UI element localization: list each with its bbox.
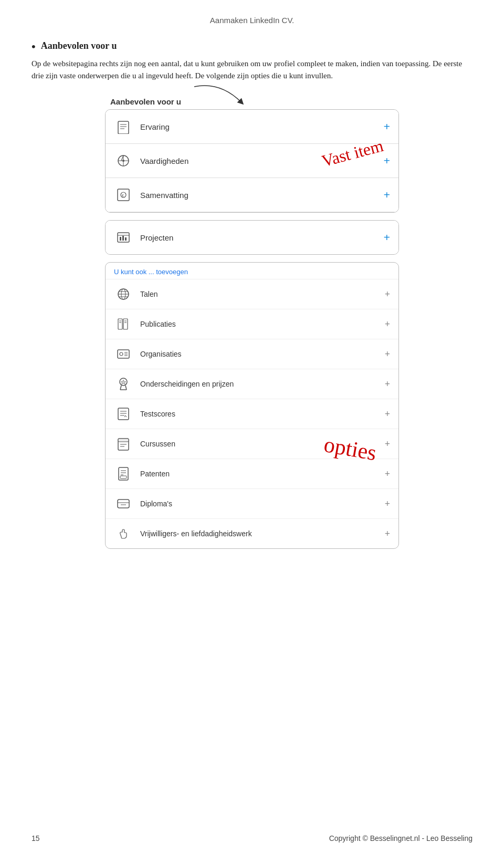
- diplomas-label: Diploma's: [140, 500, 385, 508]
- talen-plus-button[interactable]: +: [385, 289, 390, 300]
- samenvatting-label: Samenvatting: [140, 191, 383, 200]
- page-number: 15: [32, 834, 40, 842]
- widget-container: Aanbevolen voor u Ervaring +: [105, 97, 399, 549]
- diplomas-icon: [114, 494, 133, 513]
- projecten-icon: [114, 228, 133, 247]
- samenvatting-icon: €: [114, 185, 133, 204]
- testscores-item: Testscores +: [106, 399, 398, 429]
- cursussen-label: Cursussen: [140, 440, 385, 448]
- ervaring-icon: [114, 117, 133, 136]
- svg-rect-0: [118, 121, 129, 134]
- vrijwilligers-item: Vrijwilligers- en liefdadigheidswerk +: [106, 518, 398, 548]
- projecten-box: Projecten +: [105, 220, 399, 255]
- patenten-item: Patenten +: [106, 459, 398, 488]
- publicaties-item: Publicaties +: [106, 309, 398, 339]
- svg-rect-44: [118, 439, 129, 442]
- diplomas-item: Diploma's +: [106, 488, 398, 518]
- heading-text: Aanbevolen voor u: [41, 40, 117, 51]
- svg-rect-23: [118, 319, 122, 329]
- svg-marker-35: [121, 380, 126, 384]
- vrijwilligers-icon: [114, 524, 133, 543]
- cursussen-plus-button[interactable]: +: [385, 439, 390, 450]
- testscores-label: Testscores: [140, 410, 385, 418]
- widget-label: Aanbevolen voor u: [105, 97, 399, 106]
- vaardigheden-item: Vaardigheden +: [106, 144, 398, 178]
- vrijwilligers-label: Vrijwilligers- en liefdadigheidswerk: [140, 529, 385, 538]
- page-title: Aanmaken LinkedIn CV.: [32, 16, 472, 25]
- publicaties-icon: [114, 315, 133, 334]
- arrow-annotation: [189, 81, 252, 113]
- svg-rect-15: [120, 237, 121, 241]
- options-box: U kunt ook ... toevoegen Talen +: [105, 262, 399, 549]
- page-footer: 15 Copyright © Besselingnet.nl - Leo Bes…: [0, 834, 504, 842]
- organisaties-icon: [114, 345, 133, 363]
- vrijwilligers-plus-button[interactable]: +: [385, 528, 390, 539]
- talen-icon: [114, 285, 133, 304]
- vaardigheden-plus-button[interactable]: +: [383, 154, 390, 168]
- onderscheidingen-label: Onderscheidingen en prijzen: [140, 380, 385, 388]
- bullet-heading: • Aanbevolen voor u: [32, 40, 472, 53]
- svg-rect-17: [125, 237, 127, 241]
- vaardigheden-label: Vaardigheden: [140, 157, 383, 165]
- svg-rect-52: [118, 500, 129, 508]
- onderscheidingen-icon: [114, 375, 133, 393]
- diplomas-plus-button[interactable]: +: [385, 498, 390, 509]
- onderscheidingen-item: Onderscheidingen en prijzen +: [106, 369, 398, 399]
- organisaties-plus-button[interactable]: +: [385, 349, 390, 360]
- copyright-text: Copyright © Besselingnet.nl - Leo Bessel…: [329, 834, 472, 842]
- bullet-dot: •: [32, 41, 36, 53]
- talen-label: Talen: [140, 290, 385, 298]
- publicaties-label: Publicaties: [140, 320, 385, 328]
- intro-section: • Aanbevolen voor u Op de websitepagina …: [32, 40, 472, 81]
- cursussen-icon: [114, 434, 133, 453]
- svg-text:€: €: [122, 194, 124, 197]
- projecten-plus-button[interactable]: +: [383, 231, 390, 244]
- patenten-label: Patenten: [140, 470, 385, 478]
- svg-rect-51: [120, 476, 127, 478]
- vaardigheden-icon: [114, 151, 133, 170]
- ervaring-item: Ervaring +: [106, 110, 398, 144]
- intro-paragraph: Op de websitepagina rechts zijn nog een …: [32, 58, 472, 81]
- patenten-icon: [114, 464, 133, 483]
- publicaties-plus-button[interactable]: +: [385, 319, 390, 330]
- organisaties-label: Organisaties: [140, 350, 385, 358]
- cursussen-item: Cursussen +: [106, 429, 398, 459]
- page-container: Aanmaken LinkedIn CV. • Aanbevolen voor …: [0, 0, 504, 596]
- testscores-plus-button[interactable]: +: [385, 409, 390, 420]
- onderscheidingen-plus-button[interactable]: +: [385, 379, 390, 390]
- svg-point-7: [122, 160, 124, 162]
- svg-rect-24: [123, 319, 128, 329]
- patenten-plus-button[interactable]: +: [385, 469, 390, 480]
- samenvatting-plus-button[interactable]: +: [383, 188, 390, 202]
- talen-item: Talen +: [106, 279, 398, 309]
- svg-line-36: [120, 386, 121, 390]
- testscores-icon: [114, 404, 133, 423]
- svg-point-30: [120, 352, 123, 356]
- svg-rect-16: [122, 236, 124, 241]
- svg-rect-39: [118, 408, 129, 420]
- options-subtitle: U kunt ook ... toevoegen: [106, 263, 398, 279]
- ervaring-label: Ervaring: [140, 122, 383, 131]
- ervaring-plus-button[interactable]: +: [383, 120, 390, 133]
- organisaties-item: Organisaties +: [106, 339, 398, 369]
- samenvatting-item: € Samenvatting +: [106, 178, 398, 212]
- fixed-items-box: Ervaring + Vaardigheden +: [105, 109, 399, 213]
- projecten-label: Projecten: [140, 233, 383, 242]
- projecten-item: Projecten +: [106, 221, 398, 254]
- svg-line-37: [125, 386, 127, 390]
